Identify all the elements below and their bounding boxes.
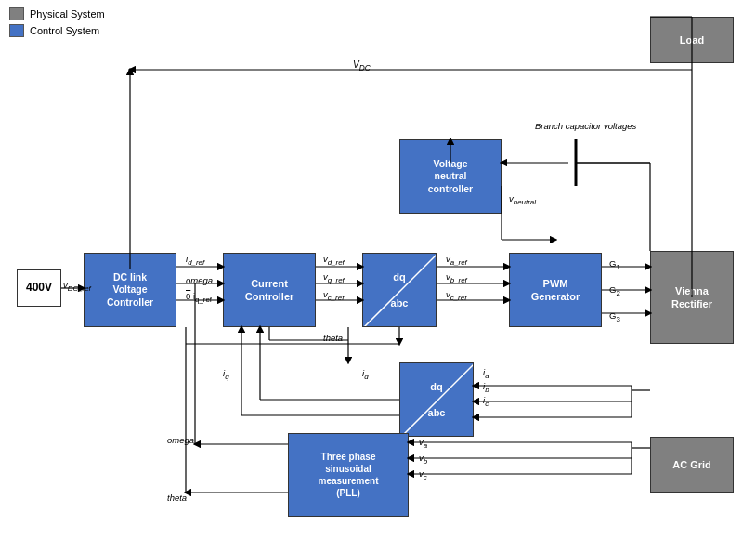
theta-label1: theta	[323, 333, 343, 343]
dq-abc-top-block: dqabc	[362, 253, 437, 327]
dc-link-block: DC linkVoltageController	[84, 253, 176, 327]
legend-label-physical: Physical System	[30, 8, 105, 20]
varef-label: va_ref	[446, 254, 467, 267]
g1-label: G1	[609, 258, 620, 271]
legend-box-physical	[9, 7, 24, 20]
g3-label: G3	[609, 310, 620, 323]
three-phase-block: Three phasesinusoidalmeasurement(PLL)	[288, 433, 409, 517]
vneutral-label: vneutral	[509, 193, 536, 206]
ia-label: ia	[483, 367, 489, 380]
legend-box-control	[9, 24, 24, 37]
voltage-neutral-block: Voltageneutralcontroller	[399, 139, 502, 214]
va-label: va	[419, 437, 427, 450]
vbref-label: vb_ref	[446, 271, 467, 284]
vdref-label: vd_ref	[323, 254, 345, 267]
legend-control: Control System	[9, 24, 105, 37]
vcref2-label: vc_ref	[446, 289, 466, 302]
legend: Physical System Control System	[9, 7, 105, 41]
legend-physical: Physical System	[9, 7, 105, 20]
load-block: Load	[650, 17, 734, 63]
ic-label: ic	[483, 395, 489, 408]
vqref-label: vq_ref	[323, 271, 345, 284]
ib-label: ib	[483, 381, 489, 394]
vb-label: vb	[419, 453, 427, 466]
idref-label: id_ref	[186, 254, 204, 267]
omega-label1: omega	[186, 275, 213, 285]
v400-block: 400V	[17, 269, 61, 307]
omega-pll-label: omega	[167, 435, 194, 445]
legend-label-control: Control System	[30, 25, 99, 36]
vdc-label: VDC	[353, 59, 371, 72]
current-controller-block: CurrentController	[223, 253, 316, 327]
theta-pll-label: theta	[167, 493, 187, 503]
vc-label: vc	[419, 468, 427, 481]
pwm-generator-block: PWMGenerator	[509, 253, 602, 327]
iq-label: iq	[223, 368, 229, 381]
vdcref-label: vDC_ref	[63, 280, 91, 293]
diagram-container: Physical System Control System Load Vien…	[0, 0, 756, 552]
id-label: id	[362, 368, 369, 381]
iqref-label: 0 iq_ref	[186, 291, 212, 304]
ac-grid-block: AC Grid	[650, 437, 734, 493]
branch-cap-label: Branch capacitor voltages	[535, 121, 636, 131]
vcref-label: vc_ref	[323, 289, 344, 302]
dq-abc-bottom-block: dqabc	[399, 362, 474, 437]
g2-label: G2	[609, 284, 620, 297]
vienna-rectifier-block: ViennaRectifier	[650, 251, 734, 344]
